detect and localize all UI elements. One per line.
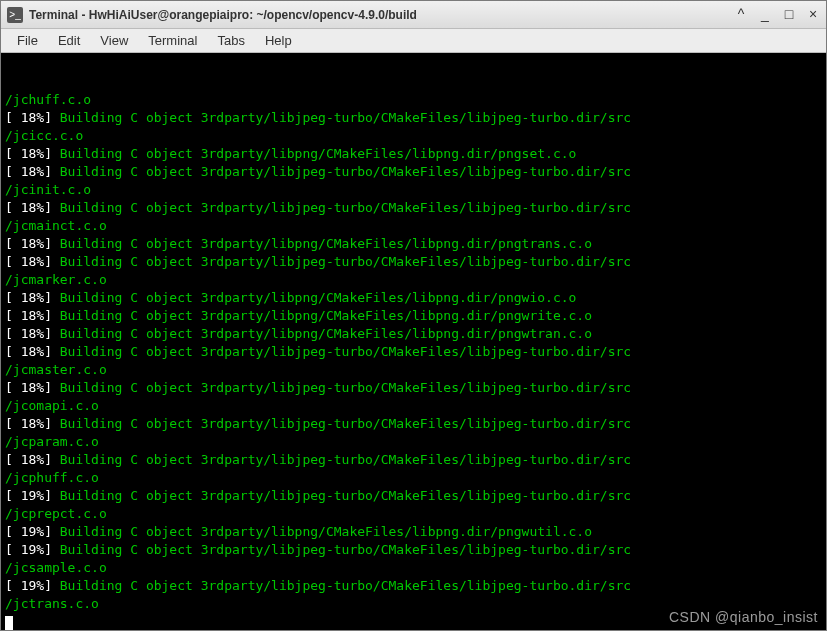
terminal-icon: >_	[7, 7, 23, 23]
output-line: [ 18%] Building C object 3rdparty/libjpe…	[5, 415, 822, 433]
minimize-button[interactable]: _	[758, 8, 772, 22]
window-title: Terminal - HwHiAiUser@orangepiaipro: ~/o…	[29, 8, 734, 22]
output-line: [ 18%] Building C object 3rdparty/libpng…	[5, 307, 822, 325]
output-line: [ 18%] Building C object 3rdparty/libjpe…	[5, 199, 822, 217]
terminal-output[interactable]: /jchuff.c.o[ 18%] Building C object 3rdp…	[1, 53, 826, 630]
output-line: /jcsample.c.o	[5, 559, 822, 577]
menu-edit[interactable]: Edit	[48, 30, 90, 51]
menu-terminal[interactable]: Terminal	[138, 30, 207, 51]
output-line: /jcphuff.c.o	[5, 469, 822, 487]
menu-tabs[interactable]: Tabs	[207, 30, 254, 51]
output-line: [ 19%] Building C object 3rdparty/libjpe…	[5, 541, 822, 559]
output-line: [ 18%] Building C object 3rdparty/libjpe…	[5, 163, 822, 181]
output-line: /jcicc.c.o	[5, 127, 822, 145]
terminal-window: >_ Terminal - HwHiAiUser@orangepiaipro: …	[0, 0, 827, 631]
output-line: [ 18%] Building C object 3rdparty/libjpe…	[5, 253, 822, 271]
rollup-button[interactable]: ^	[734, 8, 748, 22]
menu-help[interactable]: Help	[255, 30, 302, 51]
output-line: /jchuff.c.o	[5, 91, 822, 109]
output-line: [ 18%] Building C object 3rdparty/libjpe…	[5, 451, 822, 469]
maximize-button[interactable]: □	[782, 8, 796, 22]
window-buttons: ^ _ □ ×	[734, 8, 820, 22]
output-line: [ 18%] Building C object 3rdparty/libjpe…	[5, 343, 822, 361]
output-line: /jcprepct.c.o	[5, 505, 822, 523]
output-line: /jcomapi.c.o	[5, 397, 822, 415]
output-line: /jcmarker.c.o	[5, 271, 822, 289]
output-line: [ 18%] Building C object 3rdparty/libpng…	[5, 289, 822, 307]
close-button[interactable]: ×	[806, 8, 820, 22]
menubar: File Edit View Terminal Tabs Help	[1, 29, 826, 53]
output-line: [ 18%] Building C object 3rdparty/libpng…	[5, 235, 822, 253]
output-line: [ 18%] Building C object 3rdparty/libpng…	[5, 325, 822, 343]
output-line: [ 19%] Building C object 3rdparty/libpng…	[5, 523, 822, 541]
output-line: /jcparam.c.o	[5, 433, 822, 451]
output-line: /jcmaster.c.o	[5, 361, 822, 379]
output-line: /jcinit.c.o	[5, 181, 822, 199]
output-line: [ 19%] Building C object 3rdparty/libjpe…	[5, 487, 822, 505]
output-line: [ 18%] Building C object 3rdparty/libjpe…	[5, 109, 822, 127]
cursor	[5, 616, 13, 630]
menu-view[interactable]: View	[90, 30, 138, 51]
menu-file[interactable]: File	[7, 30, 48, 51]
output-line: [ 18%] Building C object 3rdparty/libpng…	[5, 145, 822, 163]
titlebar[interactable]: >_ Terminal - HwHiAiUser@orangepiaipro: …	[1, 1, 826, 29]
output-line: /jcmainct.c.o	[5, 217, 822, 235]
output-line: [ 19%] Building C object 3rdparty/libjpe…	[5, 577, 822, 595]
watermark: CSDN @qianbo_insist	[669, 608, 818, 626]
output-line: [ 18%] Building C object 3rdparty/libjpe…	[5, 379, 822, 397]
